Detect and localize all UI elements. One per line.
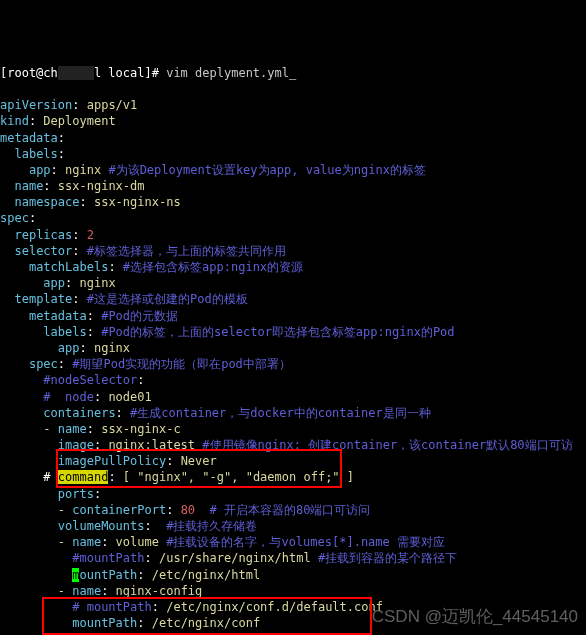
yaml-comment: #挂载设备的名字，与volumes[*].name 需要对应	[166, 535, 445, 549]
highlight-box-2	[42, 597, 372, 635]
yaml-value: 80	[181, 503, 195, 517]
yaml-value: nginx	[80, 276, 116, 290]
yaml-comment: #生成container，与docker中的container是同一种	[130, 406, 431, 420]
yaml-key: spec	[29, 357, 58, 371]
yaml-value: node01	[108, 390, 151, 404]
editor-content[interactable]: apiVersion: apps/v1 kind: Deployment met…	[0, 81, 586, 635]
yaml-key: volumeMounts	[58, 519, 145, 533]
yaml-key: containers	[43, 406, 115, 420]
yaml-comment: #挂载到容器的某个路径下	[318, 551, 457, 565]
yaml-key: name	[14, 179, 43, 193]
yaml-key: selector	[14, 244, 72, 258]
yaml-key: containerPort	[72, 503, 166, 517]
yaml-comment: #期望Pod实现的功能（即在pod中部署）	[72, 357, 291, 371]
yaml-comment: # 开启本容器的80端口可访问	[195, 503, 370, 517]
yaml-value: /etc/nginx/html	[152, 568, 260, 582]
yaml-value: apps/v1	[87, 98, 138, 112]
yaml-key: name	[58, 422, 87, 436]
yaml-key: matchLabels	[29, 260, 108, 274]
yaml-value: nginx-config	[116, 584, 203, 598]
shell-prompt: [root@ch l local]#	[0, 66, 166, 80]
yaml-value: ssx-nginx-ns	[94, 195, 181, 209]
yaml-comment: #Pod的标签，上面的selector即选择包含标签app:nginx的Pod	[101, 325, 454, 339]
yaml-comment: #mountPath	[72, 551, 144, 565]
yaml-key: template	[14, 292, 72, 306]
yaml-key: name	[72, 584, 101, 598]
watermark: CSDN @迈凯伦_44545140	[372, 606, 578, 629]
yaml-comment: #nodeSelector	[43, 373, 137, 387]
yaml-key: apiVersion	[0, 98, 72, 112]
yaml-value: ssx-nginx-c	[101, 422, 180, 436]
yaml-key: replicas	[14, 228, 72, 242]
yaml-key: namespace	[14, 195, 79, 209]
yaml-key: kind	[0, 114, 29, 128]
yaml-comment: #选择包含标签app:nginx的资源	[123, 260, 303, 274]
yaml-key: metadata	[0, 131, 58, 145]
yaml-key: ountPath	[79, 568, 137, 582]
yaml-key: app	[58, 341, 80, 355]
terminal[interactable]: [root@ch l local]# vim deplyment.yml_ ap…	[0, 65, 586, 635]
yaml-comment: #标签选择器，与上面的标签共同作用	[87, 244, 286, 258]
yaml-key: labels	[14, 147, 57, 161]
yaml-comment: #这是选择或创建的Pod的模板	[87, 292, 248, 306]
yaml-key: app	[29, 163, 51, 177]
yaml-key: ports	[58, 487, 94, 501]
yaml-value: ssx-nginx-dm	[58, 179, 145, 193]
command: vim deplyment.yml	[166, 66, 289, 80]
yaml-key: name	[72, 535, 101, 549]
yaml-value: nginx	[94, 341, 130, 355]
yaml-value: volume	[116, 535, 167, 549]
yaml-value: /usr/share/nginx/html	[159, 551, 318, 565]
yaml-value: Deployment	[43, 114, 115, 128]
yaml-value: 2	[87, 228, 94, 242]
yaml-key: app	[43, 276, 65, 290]
yaml-comment: #挂载持久存储卷	[166, 519, 257, 533]
yaml-comment: #为该Deployment设置key为app, value为nginx的标签	[108, 163, 426, 177]
yaml-key: labels	[43, 325, 86, 339]
yaml-comment: #Pod的元数据	[101, 309, 178, 323]
highlight-box-1	[56, 449, 342, 488]
yaml-key: spec	[0, 211, 29, 225]
yaml-comment: # node	[43, 390, 94, 404]
yaml-key: metadata	[29, 309, 87, 323]
yaml-value: nginx	[65, 163, 108, 177]
